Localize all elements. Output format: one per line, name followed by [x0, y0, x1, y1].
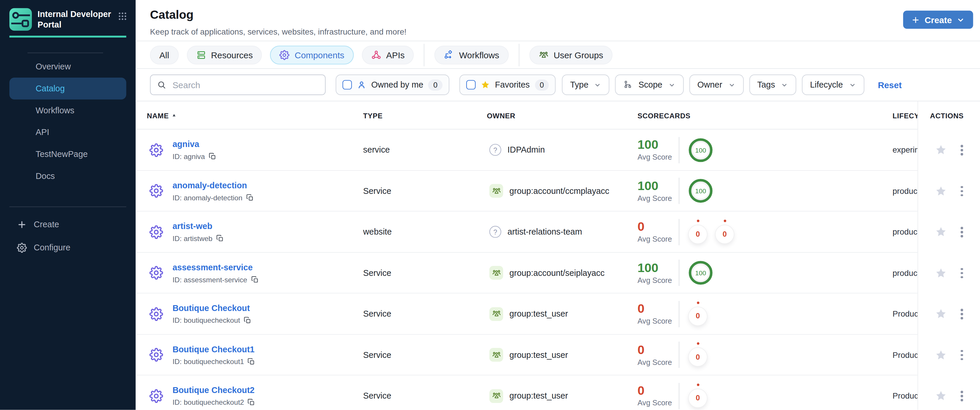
copy-icon[interactable] — [244, 317, 251, 324]
row-menu-icon[interactable] — [961, 149, 963, 151]
person-icon — [357, 80, 366, 89]
tab-user-groups[interactable]: User Groups — [529, 45, 612, 64]
tab-apis[interactable]: APIs — [362, 45, 414, 64]
entity-lifecycle: production — [892, 252, 917, 294]
reset-filters-link[interactable]: Reset — [878, 80, 902, 89]
scorecard-ring-zero[interactable]: 0 — [689, 307, 707, 325]
row-menu-icon[interactable] — [961, 272, 963, 274]
column-header-type: TYPE — [363, 112, 383, 119]
sidebar-item-catalog[interactable]: Catalog — [10, 78, 126, 100]
tab-components[interactable]: Components — [270, 45, 354, 64]
favorite-star-icon[interactable] — [935, 267, 947, 279]
entity-name-link[interactable]: agniva — [173, 140, 216, 149]
tags-filter-dropdown[interactable]: Tags — [749, 74, 796, 95]
scorecard-ring-zero[interactable]: 0 — [716, 225, 734, 243]
scope-filter-dropdown[interactable]: Scope — [615, 74, 683, 95]
favorites-filter[interactable]: Favorites 0 — [459, 74, 555, 95]
sidebar-item-testnewpage[interactable]: TestNewPage — [10, 143, 126, 165]
entity-name-link[interactable]: artist-web — [173, 222, 224, 231]
row-actions — [935, 171, 967, 211]
create-button[interactable]: Create — [904, 11, 973, 29]
entity-type: Service — [363, 335, 391, 375]
sidebar-item-overview[interactable]: Overview — [10, 56, 126, 78]
row-menu-icon[interactable] — [961, 313, 963, 315]
column-header-owner: OWNER — [487, 112, 515, 119]
favorite-star-icon[interactable] — [935, 226, 947, 238]
scorecard-ring-zero[interactable]: 0 — [689, 389, 707, 407]
copy-icon[interactable] — [246, 194, 254, 201]
main-content: Catalog Keep track of applications, serv… — [136, 0, 980, 410]
avg-score-value: 100 — [638, 139, 679, 151]
score-divider — [679, 178, 679, 204]
group-icon — [489, 389, 503, 403]
entity-name-link[interactable]: anomaly-detection — [173, 181, 254, 190]
type-filter-dropdown[interactable]: Type — [562, 74, 610, 95]
scorecard-ring-green[interactable]: 100 — [689, 261, 712, 285]
owned-by-me-filter[interactable]: Owned by me 0 — [336, 74, 449, 95]
owner-filter-dropdown[interactable]: Owner — [689, 74, 743, 95]
plus-icon — [912, 15, 920, 24]
component-gear-icon — [150, 348, 163, 362]
tab-workflows[interactable]: Workflows — [435, 45, 509, 64]
scorecard-rings: 00 — [689, 221, 734, 243]
row-menu-icon[interactable] — [961, 231, 963, 233]
copy-icon[interactable] — [216, 235, 224, 242]
avg-score-value: 0 — [638, 302, 679, 315]
favorite-star-icon[interactable] — [935, 308, 947, 320]
row-menu-icon[interactable] — [961, 395, 963, 397]
favorite-star-icon[interactable] — [935, 390, 947, 402]
table-body: agniva ID: agniva service ? IDPAdmin 100… — [136, 129, 980, 410]
row-menu-icon[interactable] — [961, 190, 963, 192]
table-row: artist-web ID: artistweb website ? artis… — [136, 211, 980, 252]
entity-name-link[interactable]: assessment-service — [173, 263, 259, 272]
apis-icon — [371, 50, 381, 60]
owned-by-me-checkbox[interactable] — [342, 80, 352, 89]
tab-resources[interactable]: Resources — [187, 45, 262, 64]
favorite-star-icon[interactable] — [935, 185, 947, 197]
component-gear-icon — [150, 389, 163, 403]
row-actions — [935, 129, 967, 171]
tab-group-divider — [424, 43, 425, 66]
sidebar-item-docs[interactable]: Docs — [10, 165, 126, 187]
sidebar-item-api[interactable]: API — [10, 121, 126, 143]
sidebar-item-create[interactable]: Create — [17, 213, 136, 236]
entity-id: ID: boutiquecheckout1 — [173, 358, 255, 365]
entity-name-link[interactable]: Boutique Checkout — [173, 304, 251, 313]
copy-icon[interactable] — [248, 358, 255, 365]
scorecard-ring-green[interactable]: 100 — [689, 138, 712, 162]
search-box[interactable] — [150, 74, 326, 95]
row-actions — [935, 252, 967, 294]
entity-name-link[interactable]: Boutique Checkout1 — [173, 345, 255, 354]
copy-icon[interactable] — [248, 399, 255, 406]
column-header-name[interactable]: NAME — [147, 112, 177, 119]
sort-asc-icon — [172, 113, 177, 118]
sidebar-item-workflows[interactable]: Workflows — [10, 100, 126, 121]
favorite-star-icon[interactable] — [935, 349, 947, 361]
sidebar-item-configure[interactable]: Configure — [17, 236, 136, 259]
sidebar: Internal Developer Portal OverviewCatalo… — [0, 0, 136, 410]
tab-all[interactable]: All — [150, 45, 178, 64]
row-actions — [935, 375, 967, 410]
scorecard-ring-zero[interactable]: 0 — [689, 348, 707, 366]
grid-icon[interactable] — [118, 11, 127, 21]
copy-icon[interactable] — [251, 276, 259, 284]
favorites-checkbox[interactable] — [466, 80, 476, 89]
copy-icon[interactable] — [208, 153, 216, 161]
star-icon — [480, 80, 490, 89]
avg-score-label: Avg Score — [638, 317, 679, 325]
search-input[interactable] — [171, 79, 318, 90]
entity-name-link[interactable]: Boutique Checkout2 — [173, 386, 255, 395]
scorecard-rings: 0 — [689, 384, 707, 407]
app-canvas: Internal Developer Portal OverviewCatalo… — [0, 0, 980, 410]
lifecycle-filter-dropdown[interactable]: Lifecycle — [802, 74, 864, 95]
scorecard-ring-zero[interactable]: 0 — [689, 225, 707, 243]
avg-score-label: Avg Score — [638, 153, 679, 162]
avg-score-value: 0 — [638, 220, 679, 233]
entity-id: ID: anomaly-detection — [173, 194, 254, 201]
score-divider — [679, 342, 679, 368]
favorite-star-icon[interactable] — [935, 144, 947, 156]
scorecard-ring-green[interactable]: 100 — [689, 179, 712, 203]
table-row: assessment-service ID: assessment-servic… — [136, 252, 980, 294]
row-menu-icon[interactable] — [961, 354, 963, 356]
entity-lifecycle: experimental — [892, 129, 917, 171]
